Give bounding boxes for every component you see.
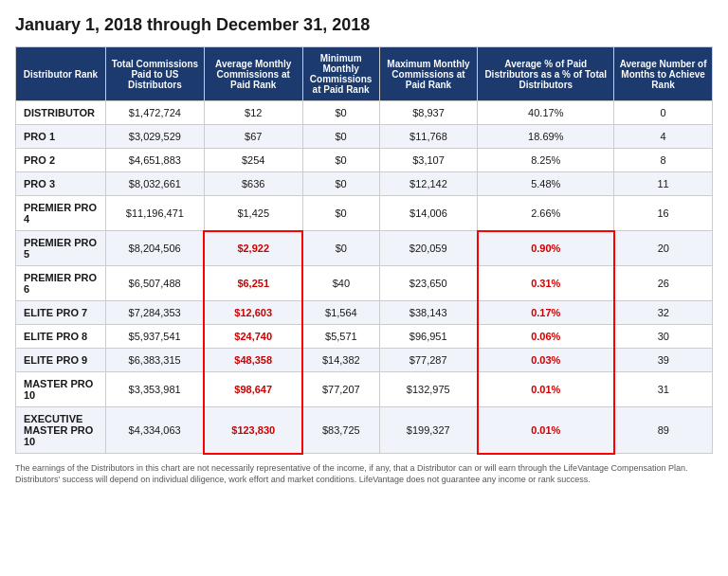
table-cell: $2,922 <box>204 231 302 266</box>
table-cell: $6,251 <box>204 266 302 301</box>
table-cell: $0 <box>302 196 379 231</box>
header-rank: Distributor Rank <box>16 47 106 101</box>
table-cell: DISTRIBUTOR <box>16 101 106 125</box>
table-cell: $0 <box>302 172 379 196</box>
table-cell: $0 <box>302 231 379 266</box>
table-cell: 39 <box>614 349 713 372</box>
table-cell: $636 <box>204 172 302 196</box>
table-cell: PREMIER PRO 6 <box>16 266 106 301</box>
table-cell: $77,207 <box>302 372 379 407</box>
table-cell: $40 <box>302 266 379 301</box>
table-cell: 0.01% <box>478 372 614 407</box>
disclaimer-text: The earnings of the Distributors in this… <box>15 462 713 486</box>
table-cell: $5,571 <box>302 325 379 349</box>
table-cell: 18.69% <box>478 125 614 149</box>
commissions-table: Distributor Rank Total Commissions Paid … <box>15 46 713 455</box>
table-cell: 0.17% <box>478 301 614 325</box>
table-cell: PRO 1 <box>16 125 106 149</box>
table-cell: 2.66% <box>478 196 614 231</box>
table-cell: $4,651,883 <box>105 149 204 172</box>
table-cell: $96,951 <box>379 325 478 349</box>
table-cell: 30 <box>614 325 713 349</box>
header-total: Total Commissions Paid to US Distributor… <box>105 47 204 101</box>
table-cell: 89 <box>614 407 713 454</box>
table-cell: $4,334,063 <box>105 407 204 454</box>
table-cell: 31 <box>614 372 713 407</box>
table-cell: $11,196,471 <box>105 196 204 231</box>
table-cell: ELITE PRO 9 <box>16 349 106 372</box>
table-cell: 16 <box>614 196 713 231</box>
table-cell: $77,287 <box>379 349 478 372</box>
table-cell: $8,204,506 <box>105 231 204 266</box>
table-cell: $24,740 <box>204 325 302 349</box>
table-cell: $1,472,724 <box>105 101 204 125</box>
header-avg-months: Average Number of Months to Achieve Rank <box>614 47 713 101</box>
table-cell: $6,507,488 <box>105 266 204 301</box>
table-cell: MASTER PRO 10 <box>16 372 106 407</box>
table-cell: 26 <box>614 266 713 301</box>
table-cell: $8,032,661 <box>105 172 204 196</box>
table-cell: $12,142 <box>379 172 478 196</box>
table-cell: 8 <box>614 149 713 172</box>
table-cell: $3,029,529 <box>105 125 204 149</box>
table-cell: 0.90% <box>478 231 614 266</box>
table-cell: PRO 3 <box>16 172 106 196</box>
table-cell: 0.31% <box>478 266 614 301</box>
table-cell: $3,353,981 <box>105 372 204 407</box>
table-cell: 0 <box>614 101 713 125</box>
page-title: January 1, 2018 through December 31, 201… <box>15 15 713 35</box>
table-cell: $48,358 <box>204 349 302 372</box>
table-cell: $199,327 <box>379 407 478 454</box>
table-cell: PREMIER PRO 5 <box>16 231 106 266</box>
table-cell: $14,382 <box>302 349 379 372</box>
table-cell: ELITE PRO 8 <box>16 325 106 349</box>
table-cell: $0 <box>302 125 379 149</box>
table-cell: 0.01% <box>478 407 614 454</box>
header-avg-monthly: Average Monthly Commissions at Paid Rank <box>204 47 302 101</box>
table-cell: $14,006 <box>379 196 478 231</box>
table-cell: 11 <box>614 172 713 196</box>
header-max: Maximum Monthly Commissions at Paid Rank <box>379 47 478 101</box>
header-min: Minimum Monthly Commissions at Paid Rank <box>302 47 379 101</box>
header-avg-pct: Average % of Paid Distributors as a % of… <box>478 47 614 101</box>
table-cell: $38,143 <box>379 301 478 325</box>
table-cell: $0 <box>302 101 379 125</box>
table-cell: 32 <box>614 301 713 325</box>
table-cell: $98,647 <box>204 372 302 407</box>
table-cell: 20 <box>614 231 713 266</box>
table-cell: $7,284,353 <box>105 301 204 325</box>
table-cell: $0 <box>302 149 379 172</box>
table-cell: $254 <box>204 149 302 172</box>
table-cell: 5.48% <box>478 172 614 196</box>
table-cell: $5,937,541 <box>105 325 204 349</box>
table-cell: $23,650 <box>379 266 478 301</box>
table-cell: $123,830 <box>204 407 302 454</box>
table-cell: $12 <box>204 101 302 125</box>
table-cell: PRO 2 <box>16 149 106 172</box>
table-cell: PREMIER PRO 4 <box>16 196 106 231</box>
table-cell: 8.25% <box>478 149 614 172</box>
table-cell: 40.17% <box>478 101 614 125</box>
table-cell: $11,768 <box>379 125 478 149</box>
table-cell: $1,564 <box>302 301 379 325</box>
table-cell: $20,059 <box>379 231 478 266</box>
table-cell: 4 <box>614 125 713 149</box>
table-cell: EXECUTIVE MASTER PRO 10 <box>16 407 106 454</box>
table-cell: $6,383,315 <box>105 349 204 372</box>
table-cell: $1,425 <box>204 196 302 231</box>
table-cell: $3,107 <box>379 149 478 172</box>
table-cell: $12,603 <box>204 301 302 325</box>
table-cell: $8,937 <box>379 101 478 125</box>
table-cell: $83,725 <box>302 407 379 454</box>
table-cell: $132,975 <box>379 372 478 407</box>
table-cell: 0.06% <box>478 325 614 349</box>
table-cell: 0.03% <box>478 349 614 372</box>
table-cell: $67 <box>204 125 302 149</box>
table-cell: ELITE PRO 7 <box>16 301 106 325</box>
